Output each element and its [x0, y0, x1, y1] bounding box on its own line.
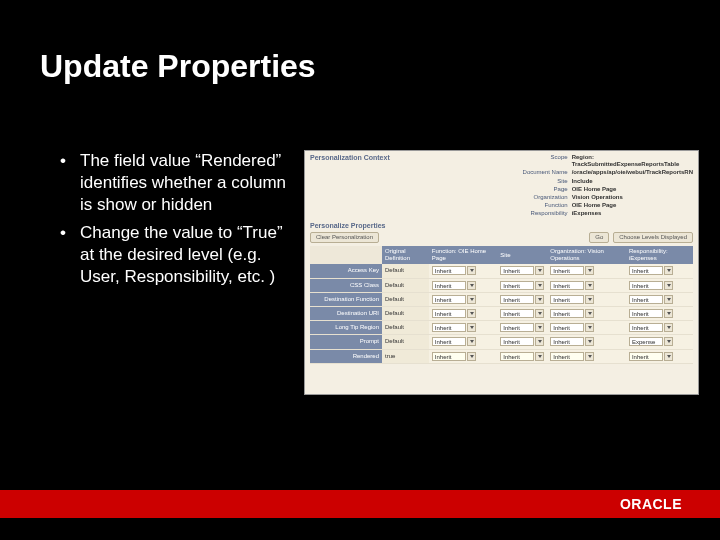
value-input[interactable]: Inherit — [500, 337, 534, 346]
value-input[interactable]: Inherit — [432, 352, 466, 361]
table-row: Long Tip RegionDefaultInheritInheritInhe… — [310, 321, 693, 335]
level-cell: Inherit — [626, 264, 693, 278]
col-header: Original Definition — [382, 246, 429, 264]
dropdown-icon[interactable] — [467, 295, 476, 304]
dropdown-icon[interactable] — [664, 337, 673, 346]
dropdown-icon[interactable] — [535, 352, 544, 361]
value-input[interactable]: Inherit — [629, 323, 663, 332]
level-cell: Inherit — [547, 292, 626, 306]
dropdown-icon[interactable] — [467, 352, 476, 361]
value-input[interactable]: Inherit — [432, 309, 466, 318]
value-input[interactable]: Expense Reports — [629, 337, 663, 346]
choose-levels-button[interactable]: Choose Levels Displayed — [613, 232, 693, 243]
table-row: Destination FunctionDefaultInheritInheri… — [310, 292, 693, 306]
ctx-value: OIE Home Page — [572, 202, 693, 209]
level-cell: Inherit — [547, 321, 626, 335]
value-input[interactable]: Inherit — [629, 266, 663, 275]
level-cell: Inherit — [547, 307, 626, 321]
table-row: Destination URIDefaultInheritInheritInhe… — [310, 307, 693, 321]
ctx-value: /oracle/apps/ap/oie/webui/TrackReportsRN — [572, 169, 693, 176]
dropdown-icon[interactable] — [664, 281, 673, 290]
table-row: PromptDefaultInheritInheritInheritExpens… — [310, 335, 693, 349]
value-input[interactable]: Inherit — [550, 309, 584, 318]
dropdown-icon[interactable] — [585, 337, 594, 346]
ctx-label: Responsibility — [498, 210, 568, 217]
row-name: Access Key — [310, 264, 382, 278]
level-cell: Inherit — [547, 349, 626, 363]
value-input[interactable]: Inherit — [629, 352, 663, 361]
dropdown-icon[interactable] — [664, 352, 673, 361]
dropdown-icon[interactable] — [467, 281, 476, 290]
slide-content: The field value “Rendered” identifies wh… — [60, 150, 700, 395]
dropdown-icon[interactable] — [585, 281, 594, 290]
dropdown-icon[interactable] — [585, 295, 594, 304]
value-input[interactable]: Inherit — [550, 323, 584, 332]
dropdown-icon[interactable] — [467, 266, 476, 275]
level-cell: Inherit — [497, 307, 547, 321]
value-input[interactable]: Inherit — [432, 281, 466, 290]
value-input[interactable]: Inherit — [500, 309, 534, 318]
row-name: CSS Class — [310, 278, 382, 292]
value-input[interactable]: Inherit — [550, 281, 584, 290]
clear-personalization-button[interactable]: Clear Personalization — [310, 232, 379, 243]
ctx-value: Vision Operations — [572, 194, 693, 201]
ctx-label: Organization — [498, 194, 568, 201]
value-input[interactable]: Inherit — [629, 295, 663, 304]
level-cell: Inherit — [626, 321, 693, 335]
dropdown-icon[interactable] — [467, 337, 476, 346]
dropdown-icon[interactable] — [664, 309, 673, 318]
dropdown-icon[interactable] — [535, 281, 544, 290]
value-input[interactable]: Inherit — [550, 337, 584, 346]
bullet-item: Change the value to “True” at the desire… — [60, 222, 290, 288]
value-input[interactable]: Inherit — [550, 295, 584, 304]
dropdown-icon[interactable] — [585, 323, 594, 332]
col-header — [310, 246, 382, 264]
dropdown-icon[interactable] — [467, 323, 476, 332]
value-input[interactable]: Inherit — [629, 309, 663, 318]
dropdown-icon[interactable] — [664, 266, 673, 275]
slide-title: Update Properties — [40, 48, 316, 85]
table-row: CSS ClassDefaultInheritInheritInheritInh… — [310, 278, 693, 292]
dropdown-icon[interactable] — [664, 295, 673, 304]
col-header: Organization: Vision Operations — [547, 246, 626, 264]
level-cell: Inherit — [497, 292, 547, 306]
value-input[interactable]: Inherit — [432, 295, 466, 304]
level-cell: Inherit — [429, 264, 497, 278]
value-input[interactable]: Inherit — [500, 352, 534, 361]
value-input[interactable]: Inherit — [500, 281, 534, 290]
original-definition-cell: true — [382, 349, 429, 363]
dropdown-icon[interactable] — [664, 323, 673, 332]
table-row: Access KeyDefaultInheritInheritInheritIn… — [310, 264, 693, 278]
dropdown-icon[interactable] — [585, 309, 594, 318]
level-cell: Expense Reports — [626, 335, 693, 349]
row-name: Rendered — [310, 349, 382, 363]
dropdown-icon[interactable] — [535, 309, 544, 318]
value-input[interactable]: Inherit — [500, 295, 534, 304]
dropdown-icon[interactable] — [467, 309, 476, 318]
value-input[interactable]: Inherit — [550, 266, 584, 275]
level-cell: Inherit — [497, 278, 547, 292]
dropdown-icon[interactable] — [585, 352, 594, 361]
value-input[interactable]: Inherit — [432, 337, 466, 346]
value-input[interactable]: Inherit — [500, 266, 534, 275]
dropdown-icon[interactable] — [535, 337, 544, 346]
col-header: Function: OIE Home Page — [429, 246, 497, 264]
value-input[interactable]: Inherit — [550, 352, 584, 361]
go-button[interactable]: Go — [589, 232, 609, 243]
table-row: RenderedtrueInheritInheritInheritInherit — [310, 349, 693, 363]
properties-table: Original Definition Function: OIE Home P… — [310, 246, 693, 364]
value-input[interactable]: Inherit — [629, 281, 663, 290]
row-name: Destination Function — [310, 292, 382, 306]
dropdown-icon[interactable] — [535, 266, 544, 275]
ctx-value: Include — [572, 178, 693, 185]
dropdown-icon[interactable] — [585, 266, 594, 275]
value-input[interactable]: Inherit — [432, 266, 466, 275]
ctx-label: Function — [498, 202, 568, 209]
dropdown-icon[interactable] — [535, 295, 544, 304]
dropdown-icon[interactable] — [535, 323, 544, 332]
level-cell: Inherit — [497, 335, 547, 349]
value-input[interactable]: Inherit — [432, 323, 466, 332]
bullet-list: The field value “Rendered” identifies wh… — [60, 150, 290, 295]
level-cell: Inherit — [497, 321, 547, 335]
value-input[interactable]: Inherit — [500, 323, 534, 332]
